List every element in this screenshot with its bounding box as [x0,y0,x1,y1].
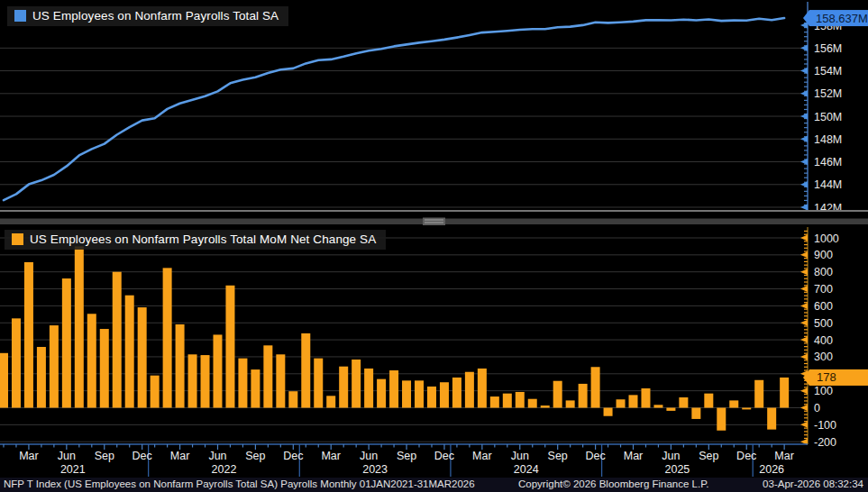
net-change-bar[interactable] [62,278,71,407]
svg-text:900: 900 [814,249,833,261]
net-change-bar[interactable] [151,376,160,408]
top-panel-legend[interactable]: US Employees on Nonfarm Payrolls Total S… [7,6,288,26]
top-panel-legend-label: US Employees on Nonfarm Payrolls Total S… [32,9,279,23]
net-change-bar[interactable] [12,318,21,407]
x-axis-year-label: 2022 [212,463,237,476]
net-change-bar[interactable] [251,369,260,407]
net-change-bar[interactable] [440,382,449,407]
net-change-bar[interactable] [478,369,487,408]
net-change-bar[interactable] [188,354,197,407]
net-change-bar[interactable] [553,381,562,408]
net-change-bar[interactable] [201,355,210,407]
net-change-bar[interactable] [541,405,550,407]
net-change-bar[interactable] [528,399,537,408]
net-change-bar[interactable] [87,314,96,407]
net-change-bar[interactable] [641,388,650,407]
x-axis-month-label: Dec [132,450,152,462]
svg-text:154M: 154M [814,65,842,77]
net-change-bar[interactable] [213,334,222,407]
x-axis-month-label: Dec [736,450,756,462]
net-change-bar[interactable] [314,359,323,408]
net-change-bar[interactable] [163,268,172,407]
net-change-bar[interactable] [50,325,59,407]
net-change-bar[interactable] [238,359,247,408]
line-last-value-badge: 158.637M [803,10,868,26]
net-change-bar[interactable] [301,333,310,408]
svg-text:500: 500 [814,317,833,330]
net-change-bar[interactable] [364,369,373,408]
net-change-bar[interactable] [691,408,700,419]
x-axis-month-label: Mar [19,450,39,462]
net-change-bar[interactable] [326,396,335,407]
net-change-bar[interactable] [729,400,738,407]
x-axis-year-label: 2023 [362,463,388,476]
svg-text:144M: 144M [814,178,842,191]
x-axis-year-label: 2025 [664,463,690,476]
net-change-bar[interactable] [579,384,588,408]
net-change-bar[interactable] [780,378,789,408]
net-change-bar[interactable] [629,395,638,407]
line-series-swatch-icon [14,10,26,22]
net-change-bar[interactable] [604,408,613,416]
net-change-bar[interactable] [37,347,46,407]
net-change-bar[interactable] [490,396,499,407]
net-change-bar[interactable] [263,345,272,407]
net-change-bar[interactable] [339,367,348,408]
net-change-bar[interactable] [402,380,411,407]
net-change-bar[interactable] [288,391,297,407]
net-change-bar[interactable] [452,378,461,408]
bottom-panel-legend-label: US Employees on Nonfarm Payrolls Total M… [30,232,376,246]
net-change-bar[interactable] [679,397,688,407]
svg-text:152M: 152M [814,87,842,100]
x-axis-month-label: Jun [58,450,76,462]
bloomberg-chart-window: 158M156M154M152M150M148M146M144M142M1000… [0,0,868,492]
net-change-bar[interactable] [591,367,600,407]
net-change-bar[interactable] [742,408,751,410]
net-change-bar[interactable] [0,353,8,408]
net-change-bar[interactable] [617,399,626,407]
net-change-bar[interactable] [276,354,285,407]
net-change-bar[interactable] [100,329,109,407]
net-change-bar[interactable] [653,405,662,407]
svg-text:142M: 142M [814,202,842,214]
chart-description: NFP T Index (US Employees on Nonfarm Pay… [4,478,475,489]
bottom-panel-legend[interactable]: US Employees on Nonfarm Payrolls Total M… [5,230,386,250]
net-change-bar[interactable] [566,400,575,407]
net-change-bar[interactable] [666,408,675,411]
x-axis-month-label: Jun [208,450,226,462]
net-change-bar[interactable] [415,380,424,407]
net-change-bar[interactable] [754,380,763,408]
svg-text:150M: 150M [814,111,842,123]
net-change-bar[interactable] [225,286,234,408]
x-axis-month-label: Dec [434,450,454,462]
net-change-bar[interactable] [352,360,361,408]
x-axis-month-label: Jun [360,450,378,462]
net-change-bar[interactable] [465,372,474,408]
net-change-bar[interactable] [176,324,185,408]
x-axis-year-label: 2021 [60,463,86,476]
x-axis-month-label: Jun [662,450,680,462]
net-change-bar[interactable] [24,262,33,408]
net-change-bar[interactable] [427,387,436,408]
divider-drag-handle[interactable] [423,218,445,226]
timestamp: 03-Apr-2026 08:32:34 [763,478,863,489]
svg-text:-200: -200 [814,436,836,449]
net-change-bar[interactable] [138,307,147,407]
svg-text:800: 800 [814,266,833,278]
x-axis-month-label: Sep [548,450,568,462]
x-axis-month-label: Sep [245,450,265,462]
net-change-bar[interactable] [704,394,713,408]
x-axis-month-label: Mar [472,450,492,462]
x-axis-year-label: 2026 [759,463,784,476]
net-change-bar[interactable] [767,408,776,430]
bar-series-swatch-icon [12,233,23,245]
svg-text:1000: 1000 [814,232,839,245]
net-change-bar[interactable] [75,246,84,407]
net-change-bar[interactable] [113,272,122,408]
net-change-bar[interactable] [389,370,398,407]
net-change-bar[interactable] [717,408,726,431]
net-change-bar[interactable] [377,379,386,408]
net-change-bar[interactable] [503,394,512,408]
net-change-bar[interactable] [516,392,525,408]
net-change-bar[interactable] [125,296,134,408]
